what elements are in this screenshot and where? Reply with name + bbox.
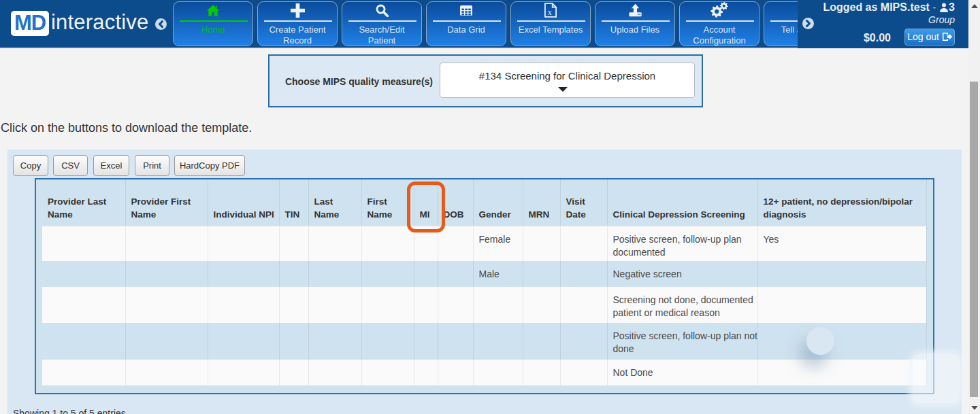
svg-text:x: x: [548, 8, 552, 17]
